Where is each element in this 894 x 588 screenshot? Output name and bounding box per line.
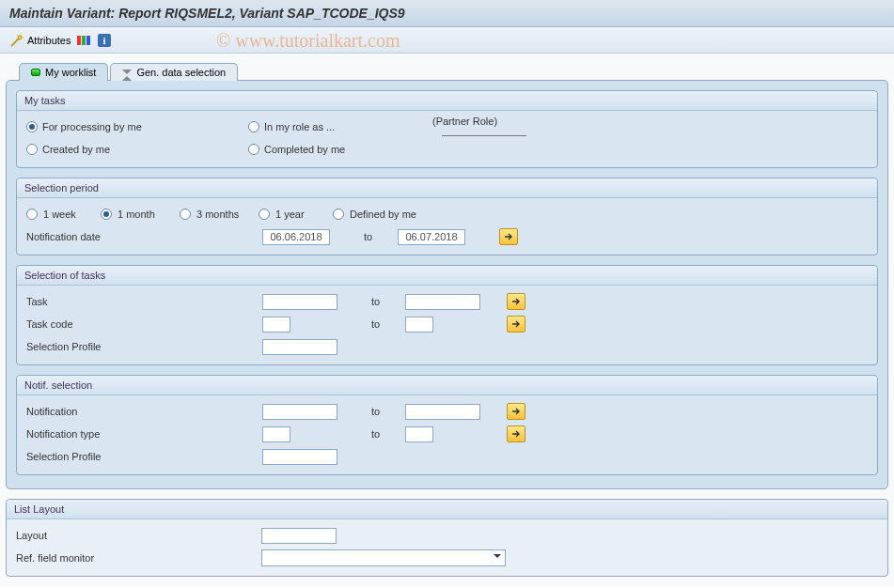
diamond-icon [122,69,132,76]
group-my-tasks: My tasks For processing by me In my role… [16,90,878,168]
group-title-period: Selection period [17,178,877,198]
info-icon[interactable]: i [97,33,112,48]
lbl-to-period: to [364,231,392,242]
group-title-seltasks: Selection of tasks [17,266,877,286]
page-title: Maintain Variant: Report RIQSMEL2, Varia… [0,0,894,27]
notif-date-from-input[interactable] [262,229,330,245]
lbl-in-my-role: In my role as ... [264,121,335,132]
tab-panel-worklist: My tasks For processing by me In my role… [6,80,888,489]
group-title-notifsel: Notif. selection [17,376,877,395]
radio-1-week[interactable] [26,209,38,220]
attributes-button[interactable]: Attributes [9,33,71,48]
radio-created-by-me[interactable] [26,144,38,155]
group-title-my-tasks: My tasks [17,91,877,111]
wand-icon [9,33,24,48]
lbl-completed-by-me: Completed by me [264,144,345,155]
group-notif-selection: Notif. selection Notification to Notific… [16,375,878,475]
radio-defined-by-me[interactable] [333,209,344,220]
lbl-ref-monitor: Ref. field monitor [16,552,256,564]
lbl-sel-profile-tasks: Selection Profile [26,341,257,352]
radio-3-months[interactable] [180,209,191,220]
lbl-to-task: to [371,296,400,307]
lbl-notif-type: Notification type [26,428,257,440]
arrow-right-icon [511,297,521,306]
radio-completed-by-me[interactable] [248,144,259,155]
notif-type-to-input[interactable] [405,426,433,442]
tab-gen-data-selection[interactable]: Gen. data selection [110,63,238,81]
multi-select-taskcode-button[interactable] [507,316,525,333]
group-selection-period: Selection period 1 week 1 month 3 months… [16,178,878,255]
ref-monitor-select[interactable] [261,549,506,566]
task-to-input[interactable] [405,294,480,310]
led-green-icon [31,69,40,76]
svg-rect-2 [82,36,86,45]
notification-from-input[interactable] [262,404,337,420]
task-code-to-input[interactable] [405,317,433,333]
arrow-right-icon [511,319,521,329]
arrow-right-icon [504,232,513,241]
lbl-to-notif: to [371,406,400,417]
sel-profile-tasks-input[interactable] [262,339,337,355]
task-code-from-input[interactable] [262,317,290,333]
svg-rect-3 [86,36,90,45]
radio-in-my-role[interactable] [248,121,259,132]
lbl-defined-by-me: Defined by me [350,209,416,220]
arrow-right-icon [511,407,521,416]
radio-1-month[interactable] [101,209,112,220]
lbl-1-week: 1 week [43,209,95,220]
multi-select-notif-button[interactable] [507,403,525,420]
tab-gen-data-label: Gen. data selection [136,67,226,78]
lbl-to-taskcode: to [371,318,400,330]
screen-vars-icon[interactable] [76,33,91,48]
lbl-for-processing: For processing by me [42,121,142,132]
multi-select-notiftype-button[interactable] [507,426,525,442]
lbl-to-notiftype: to [371,428,400,440]
notif-type-from-input[interactable] [262,426,290,442]
partner-role-field[interactable] [442,135,526,136]
sel-profile-notif-input[interactable] [262,449,337,465]
svg-rect-1 [77,36,81,45]
notif-date-to-input[interactable] [398,229,465,245]
multi-select-task-button[interactable] [507,293,525,310]
lbl-3-months: 3 months [196,209,253,220]
radio-1-year[interactable] [259,209,270,220]
lbl-notification: Notification [26,406,257,417]
lbl-notif-date: Notification date [26,231,257,242]
tab-my-worklist-label: My worklist [45,67,96,78]
lbl-task-code: Task code [26,318,257,330]
lbl-1-month: 1 month [118,209,174,220]
task-from-input[interactable] [262,294,337,310]
lbl-sel-profile-notif: Selection Profile [26,451,257,462]
arrow-right-icon [511,429,521,439]
chevron-down-icon [494,554,501,562]
multi-select-period-button[interactable] [499,228,518,245]
lbl-1-year: 1 year [275,209,327,220]
lbl-created-by-me: Created by me [42,144,110,155]
lbl-task: Task [26,296,257,307]
lbl-partner-role: (Partner Role) [432,116,497,127]
app-toolbar: Attributes i [0,27,894,54]
lbl-layout: Layout [16,530,256,541]
group-title-layout: List Layout [7,500,887,519]
layout-input[interactable] [261,528,337,544]
attributes-label: Attributes [27,35,71,46]
radio-for-processing[interactable] [26,121,38,132]
tab-my-worklist[interactable]: My worklist [19,63,108,81]
svg-text:i: i [103,35,106,46]
group-list-layout: List Layout Layout Ref. field monitor [6,499,888,577]
group-selection-tasks: Selection of tasks Task to Task code to [16,265,878,365]
notification-to-input[interactable] [405,404,480,420]
